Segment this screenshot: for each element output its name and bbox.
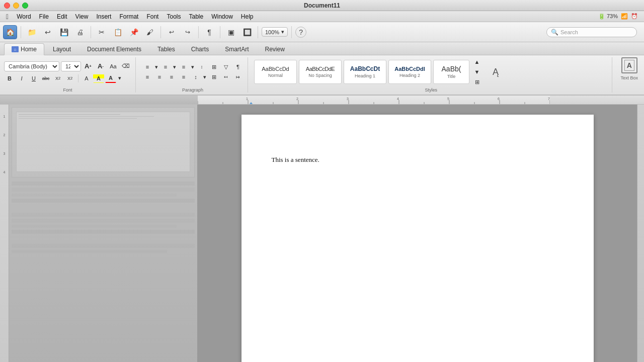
multilevel-btn[interactable]: ≡ bbox=[178, 62, 189, 71]
numbering-dropdown[interactable]: ▾ bbox=[172, 62, 177, 71]
close-button[interactable] bbox=[4, 3, 10, 9]
font-size-select[interactable]: 12 bbox=[61, 61, 81, 71]
style-nospace-preview: AaBbCcDdE bbox=[306, 66, 335, 72]
text-highlight-btn[interactable]: A bbox=[93, 74, 104, 83]
menu-word[interactable]: Word bbox=[13, 12, 35, 21]
subscript-btn[interactable]: X2 bbox=[52, 74, 63, 83]
tab-tables[interactable]: Tables bbox=[150, 43, 183, 55]
styles-up-btn[interactable]: ▲ bbox=[471, 57, 482, 66]
bullets-btn[interactable]: ≡ bbox=[142, 62, 153, 71]
multilevel-dropdown[interactable]: ▾ bbox=[190, 62, 195, 71]
font-color-btn[interactable]: A bbox=[105, 74, 116, 83]
apple-menu[interactable]:  bbox=[2, 13, 13, 21]
style-normal[interactable]: AaBbCcDd Normal bbox=[254, 60, 297, 84]
minimize-button[interactable] bbox=[13, 3, 19, 9]
clock: ⏰ bbox=[631, 13, 638, 20]
copy-btn[interactable]: 📋 bbox=[111, 25, 125, 39]
menu-font[interactable]: Font bbox=[142, 12, 163, 21]
menu-tools[interactable]: Tools bbox=[163, 12, 185, 21]
grow-font-btn[interactable]: A+ bbox=[83, 62, 94, 71]
bullets-dropdown[interactable]: ▾ bbox=[154, 62, 159, 71]
indent-decrease-btn[interactable]: ↤ bbox=[220, 72, 231, 81]
fmt-sep bbox=[78, 74, 78, 82]
tab-layout[interactable]: Layout bbox=[45, 43, 78, 55]
indent-increase-btn[interactable]: ↦ bbox=[232, 72, 244, 81]
cut-btn[interactable]: ✂ bbox=[95, 25, 109, 39]
borders-btn[interactable]: ⊞ bbox=[208, 62, 219, 71]
align-right-btn[interactable]: ≡ bbox=[166, 72, 177, 81]
tab-smartart[interactable]: SmartArt bbox=[217, 43, 256, 55]
tab-charts[interactable]: Charts bbox=[184, 43, 216, 55]
menu-help[interactable]: Help bbox=[237, 12, 258, 21]
sidebar-btn[interactable]: 🔲 bbox=[240, 25, 254, 39]
strikethrough-btn[interactable]: abc bbox=[40, 74, 51, 83]
tab-home[interactable]: ⌂ Home bbox=[4, 43, 44, 55]
vertical-ruler: 1 2 3 4 bbox=[0, 105, 9, 362]
columns-btn[interactable]: ⊞ bbox=[208, 72, 219, 81]
styles-group-label: Styles bbox=[425, 87, 437, 93]
format-painter-btn[interactable]: 🖌 bbox=[143, 25, 157, 39]
shading-btn[interactable]: ▽ bbox=[220, 62, 231, 71]
menu-view[interactable]: View bbox=[71, 12, 93, 21]
menu-window[interactable]: Window bbox=[207, 12, 237, 21]
text-box-button[interactable]: A bbox=[621, 57, 637, 73]
align-left-btn[interactable]: ≡ bbox=[142, 72, 153, 81]
change-case-btn[interactable]: Aa bbox=[108, 62, 119, 71]
zoom-control[interactable]: 100% ▾ bbox=[262, 27, 288, 37]
paste-btn[interactable]: 📌 bbox=[127, 25, 141, 39]
tab-review[interactable]: Review bbox=[257, 43, 292, 55]
style-heading1[interactable]: AaBbCcDt Heading 1 bbox=[344, 60, 386, 84]
undo-btn[interactable]: ↩ bbox=[41, 25, 55, 39]
superscript-btn[interactable]: X2 bbox=[64, 74, 75, 83]
bold-btn[interactable]: B bbox=[4, 74, 15, 83]
menu-file[interactable]: File bbox=[35, 12, 53, 21]
search-bar[interactable]: 🔍 Search bbox=[546, 27, 637, 37]
document-text[interactable]: This is a sentence. bbox=[272, 155, 564, 165]
home-toolbar-btn[interactable]: 🏠 bbox=[3, 25, 17, 39]
redo-btn[interactable]: ↪ bbox=[181, 25, 195, 39]
line-spacing-btn[interactable]: ↕ bbox=[190, 72, 201, 81]
zoom-dropdown-icon[interactable]: ▾ bbox=[281, 29, 284, 35]
menu-format[interactable]: Format bbox=[115, 12, 142, 21]
menu-edit[interactable]: Edit bbox=[53, 12, 71, 21]
underline-btn[interactable]: U bbox=[28, 74, 39, 83]
align-center-btn[interactable]: ≡ bbox=[154, 72, 165, 81]
ribbon-tabs: ⌂ Home Layout Document Elements Tables C… bbox=[0, 42, 644, 55]
document-page[interactable]: This is a sentence. | bbox=[242, 115, 594, 362]
justify-btn[interactable]: ≡ bbox=[178, 72, 189, 81]
window-controls[interactable] bbox=[4, 3, 28, 9]
tab-document-elements[interactable]: Document Elements bbox=[79, 43, 149, 55]
numbering-btn[interactable]: ≡ bbox=[160, 62, 171, 71]
right-scrollbar[interactable] bbox=[637, 105, 644, 362]
menu-insert[interactable]: Insert bbox=[92, 12, 115, 21]
shrink-font-btn[interactable]: A- bbox=[95, 62, 106, 71]
style-no-spacing[interactable]: AaBbCcDdE No Spacing bbox=[299, 60, 342, 84]
styles-more-btn[interactable]: ⊞ bbox=[471, 77, 482, 86]
line-spacing-dropdown[interactable]: ▾ bbox=[202, 72, 207, 81]
style-heading2[interactable]: AaBbCcDdI Heading 2 bbox=[388, 60, 431, 84]
undo2-btn[interactable]: ↩ bbox=[165, 25, 179, 39]
view-btn[interactable]: ▣ bbox=[224, 25, 238, 39]
font-color-dropdown[interactable]: ▾ bbox=[117, 74, 122, 83]
open-btn[interactable]: 📁 bbox=[25, 25, 39, 39]
style-title[interactable]: AaBb( Title bbox=[433, 60, 469, 84]
styles-down-btn[interactable]: ▼ bbox=[471, 67, 482, 76]
change-styles-btn[interactable]: Ą bbox=[487, 63, 505, 81]
sort-btn[interactable]: ↕ bbox=[196, 62, 207, 71]
pilcrow2-btn[interactable]: ¶ bbox=[232, 62, 244, 71]
maximize-button[interactable] bbox=[22, 3, 28, 9]
separator-1 bbox=[21, 26, 21, 38]
text-effects-btn[interactable]: A bbox=[81, 74, 92, 83]
clear-format-btn[interactable]: ⌫ bbox=[120, 62, 131, 71]
italic-btn[interactable]: I bbox=[16, 74, 27, 83]
font-family-select[interactable]: Cambria (Body) bbox=[4, 61, 59, 71]
menu-table[interactable]: Table bbox=[185, 12, 207, 21]
window-title: Document11 bbox=[304, 2, 340, 9]
document-area[interactable]: This is a sentence. | bbox=[198, 105, 637, 362]
save-btn[interactable]: 💾 bbox=[57, 25, 71, 39]
search-input[interactable]: Search bbox=[560, 29, 632, 35]
pilcrow-btn[interactable]: ¶ bbox=[202, 25, 216, 39]
print-btn[interactable]: 🖨 bbox=[73, 25, 87, 39]
font-group-content: Cambria (Body) 12 A+ A- Aa ⌫ B I U abc X… bbox=[4, 57, 131, 86]
help-btn[interactable]: ? bbox=[295, 27, 306, 38]
